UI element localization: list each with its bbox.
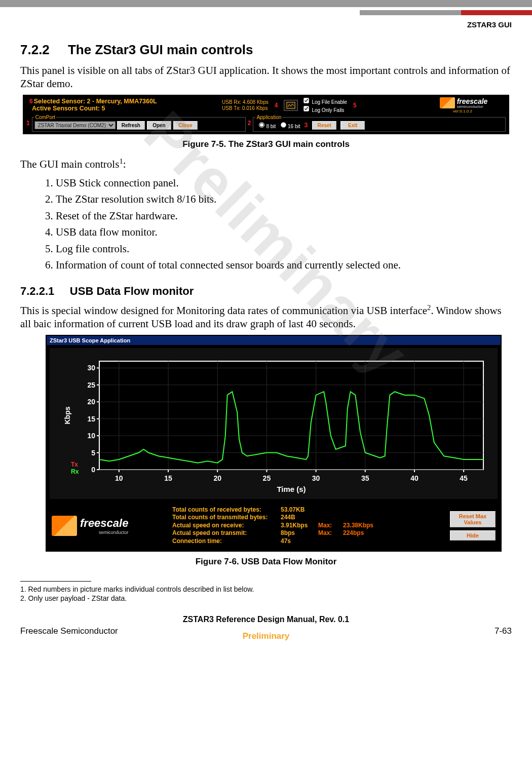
accent-bar	[0, 10, 532, 15]
brand-subtext: semiconductor	[457, 104, 488, 109]
scope-titlebar: ZStar3 USB Scope Application	[47, 336, 501, 345]
reset-max-button[interactable]: Reset Max Values	[450, 511, 496, 527]
figure-7-6-caption: Figure 7-6. USB Data Flow Monitor	[20, 557, 512, 567]
usb-tx-stat: USB Tx: 0.016 Kbps	[222, 105, 268, 111]
subsection-title: USB Data Flow monitor	[70, 285, 194, 297]
exit-button[interactable]: Exit	[340, 121, 365, 130]
freescale-mark-icon	[52, 516, 77, 536]
annot-1: 1	[25, 120, 31, 127]
svg-text:20: 20	[213, 474, 221, 482]
footnote-2: 2. Only user payload - ZStar data.	[20, 594, 512, 603]
annot-2: 2	[247, 120, 252, 127]
footnote-ref-1: 1	[119, 157, 123, 165]
bit8-radio[interactable]: 8 bit	[255, 124, 276, 129]
list-item: USB data flow monitor.	[56, 224, 512, 241]
figure-7-6: ZStar3 USB Scope Application 05101520253…	[46, 335, 502, 552]
controls-lead-para: The GUI main controls1:	[20, 157, 512, 171]
controls-lead: The GUI main controls	[20, 158, 119, 170]
reset-button[interactable]: Reset	[312, 121, 336, 130]
application-legend: Application	[255, 114, 282, 120]
section-heading: 7.2.2 The ZStar3 GUI main controls	[20, 42, 512, 58]
subsection-num: 7.2.2.1	[20, 285, 54, 297]
annot-4: 4	[274, 102, 279, 109]
list-item: Log file controls.	[56, 241, 512, 257]
selected-sensor: Selected Sensor: 2 - Mercury, MMA7360L	[34, 98, 157, 105]
close-button[interactable]: Close	[173, 121, 198, 130]
active-sensor-count: Active Sensors Count: 5	[32, 105, 105, 112]
comport-legend: ComPort	[34, 114, 56, 120]
hide-button[interactable]: Hide	[450, 530, 496, 541]
footer-manual: ZSTAR3 Reference Design Manual, Rev. 0.1	[0, 615, 532, 624]
svg-text:25: 25	[87, 380, 95, 389]
svg-text:30: 30	[87, 364, 95, 372]
svg-text:40: 40	[410, 474, 419, 482]
controls-list: USB Stick connection panel. The ZStar re…	[56, 175, 512, 274]
section-intro: This panel is visible on all tabs of ZSt…	[20, 64, 512, 91]
svg-text:Time (s): Time (s)	[277, 485, 306, 493]
bit16-radio[interactable]: 16 bit	[277, 124, 300, 129]
footnote-rule	[20, 581, 91, 582]
list-item: Reset of the ZStar hardware.	[56, 208, 512, 224]
freescale-logo: freescale semiconductor	[52, 516, 163, 536]
svg-rect-16	[99, 361, 483, 470]
brand-subtext: semiconductor	[80, 530, 128, 535]
svg-text:15: 15	[164, 474, 172, 482]
svg-text:Kbps: Kbps	[63, 406, 71, 424]
log-only-fails-check[interactable]: Log Only Fails	[303, 107, 344, 113]
svg-text:15: 15	[87, 414, 95, 422]
subsection-text: This is special window designed for Moni…	[20, 303, 512, 331]
svg-text:10: 10	[87, 432, 95, 440]
annot-6: 6	[28, 98, 34, 105]
usb-rx-stat: USB Rx: 4.608 Kbps	[222, 99, 269, 105]
comport-panel: ComPort ZSTAR Triaxial Demo (COM2) Refre…	[32, 114, 246, 132]
svg-text:Rx: Rx	[71, 468, 79, 475]
svg-text:20: 20	[87, 398, 95, 406]
list-item: Information of count of total connected …	[56, 257, 512, 274]
section-num: 7.2.2	[20, 42, 50, 57]
scope-chart: 0510152025301015202530354045KbpsTime (s)…	[60, 355, 490, 497]
svg-text:10: 10	[115, 474, 123, 482]
footer-left: Freescale Semiconductor	[20, 626, 118, 636]
figure-7-5: 6Selected Sensor: 2 - Mercury, MMA7360L …	[23, 95, 509, 134]
freescale-mark-icon	[440, 97, 455, 108]
svg-text:25: 25	[263, 474, 271, 482]
usb-monitor-icon[interactable]	[284, 100, 298, 111]
footer-right: 7-63	[495, 626, 512, 636]
svg-text:35: 35	[361, 474, 369, 482]
comport-select[interactable]: ZSTAR Triaxial Demo (COM2)	[34, 121, 116, 129]
footer-preliminary: Preliminary	[243, 631, 290, 640]
top-grey-bar	[0, 0, 532, 7]
svg-text:45: 45	[460, 474, 468, 482]
doc-tag: ZSTAR3 GUI	[0, 15, 532, 31]
application-panel: Application 8 bit 16 bit 3 Reset Exit	[253, 114, 506, 132]
section-title: The ZStar3 GUI main controls	[68, 42, 253, 57]
freescale-logo: freescale semiconductor ver:0.1.0.2	[421, 97, 507, 113]
list-item: USB Stick connection panel.	[56, 175, 512, 191]
svg-text:0: 0	[91, 466, 95, 474]
annot-5: 5	[352, 102, 358, 109]
refresh-button[interactable]: Refresh	[117, 121, 145, 130]
open-button[interactable]: Open	[147, 121, 171, 130]
log-file-enable-check[interactable]: Log File Enable	[303, 99, 347, 105]
annot-3: 3	[303, 122, 309, 129]
version-text: ver:0.1.0.2	[453, 109, 474, 113]
stats-grid: Total counts of received bytes:53.07KB T…	[172, 506, 376, 546]
list-item: The ZStar resolution switch 8/16 bits.	[56, 191, 512, 208]
brand-text: freescale	[80, 517, 128, 530]
svg-text:Tx: Tx	[71, 461, 78, 468]
svg-text:30: 30	[312, 474, 320, 482]
figure-7-5-caption: Figure 7-5. The ZStar3 GUI main controls	[20, 139, 512, 149]
svg-text:5: 5	[91, 448, 95, 456]
subsection-heading: 7.2.2.1 USB Data Flow monitor	[20, 285, 512, 298]
footnote-1: 1. Red numbers in picture marks individu…	[20, 585, 512, 594]
